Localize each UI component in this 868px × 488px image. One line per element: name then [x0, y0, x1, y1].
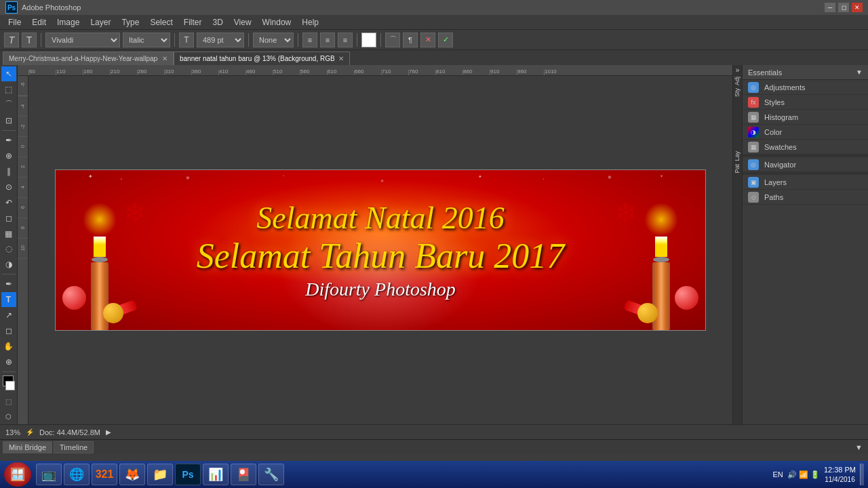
screen-mode-button[interactable]: ⬡	[1, 409, 16, 424]
app2-btn[interactable]: 📊	[203, 464, 229, 485]
left-candle	[83, 203, 117, 330]
menu-view[interactable]: View	[229, 15, 257, 29]
mini-bridge-tab[interactable]: Mini Bridge	[3, 441, 52, 453]
menu-edit[interactable]: Edit	[26, 15, 52, 29]
clock: 12:38 PM 11/4/2016	[824, 465, 856, 483]
tool-sep-1	[2, 130, 16, 131]
shape-tool[interactable]: ◻	[1, 323, 16, 338]
panel-layers[interactable]: ▣ Layers	[743, 175, 868, 190]
menu-3d[interactable]: 3D	[207, 15, 228, 29]
lasso-tool[interactable]: ⌒	[1, 98, 16, 113]
bottom-collapse-btn[interactable]: ▼	[852, 443, 865, 451]
commit-button[interactable]: ✓	[438, 33, 453, 47]
move-tool[interactable]: ↖	[1, 66, 16, 81]
background-color[interactable]	[5, 381, 15, 390]
clone-tool[interactable]: ⊙	[1, 180, 16, 195]
dodge-tool[interactable]: ◑	[1, 257, 16, 272]
crop-tool[interactable]: ⊡	[1, 113, 16, 128]
panel-swatches[interactable]: ▦ Swatches	[743, 140, 868, 155]
timeline-tab[interactable]: Timeline	[54, 441, 94, 453]
media-player-btn[interactable]: 📺	[36, 464, 62, 485]
heal-tool[interactable]: ⊕	[1, 148, 16, 163]
panel-adjustments[interactable]: ◎ Adjustments	[743, 80, 868, 95]
firefox-btn[interactable]: 🦊	[119, 464, 145, 485]
align-center-button[interactable]: ≡	[320, 33, 335, 47]
title-bar-controls[interactable]: ─ ◻ ✕	[825, 3, 863, 12]
text-color-swatch[interactable]	[361, 33, 376, 47]
styles-side-icon[interactable]: Sty	[734, 88, 742, 97]
panel-color[interactable]: ◑ Color	[743, 125, 868, 140]
type-tool[interactable]: T	[1, 292, 16, 307]
eraser-tool[interactable]: ◻	[1, 211, 16, 226]
minimize-button[interactable]: ─	[825, 3, 835, 12]
close-button[interactable]: ✕	[852, 3, 863, 12]
essentials-header[interactable]: Essentials ▼	[743, 65, 868, 80]
warp-text-button[interactable]: ⌒	[385, 33, 400, 47]
ruler-left-mark: -4	[18, 96, 28, 117]
ruler-mark: 1010	[544, 70, 571, 75]
app4-btn[interactable]: 🔧	[258, 464, 284, 485]
selection-tool[interactable]: ⬚	[1, 82, 16, 97]
layers-side-icon[interactable]: Lay	[734, 151, 742, 161]
winamp-btn[interactable]: 321	[92, 464, 117, 485]
align-left-button[interactable]: ≡	[302, 33, 317, 47]
show-desktop-btn[interactable]	[860, 464, 864, 485]
ps-icon-btn[interactable]: Ps	[175, 464, 201, 485]
right-candle-top	[653, 257, 669, 262]
mask-mode-button[interactable]: ⬚	[1, 394, 16, 409]
adjustments-label: Adjustments	[764, 83, 806, 92]
path-selection-tool[interactable]: ↗	[1, 308, 16, 323]
collapse-arrows-top[interactable]: »	[736, 66, 740, 74]
ruler-mark: 760	[408, 70, 435, 75]
menu-layer[interactable]: Layer	[85, 15, 116, 29]
anti-alias-select[interactable]: None	[253, 33, 294, 47]
status-arrow[interactable]: ▶	[106, 428, 111, 436]
menu-window[interactable]: Window	[257, 15, 297, 29]
font-size-select[interactable]: 489 pt	[197, 33, 244, 47]
align-right-button[interactable]: ≡	[338, 33, 353, 47]
layers-icon: ▣	[748, 177, 759, 188]
canvas-content[interactable]: ✦ • ❄ • ❄ ✦ • ❄ ✦	[28, 76, 732, 424]
panel-histogram[interactable]: ▦ Histogram	[743, 110, 868, 125]
navigator-icon: ◎	[748, 159, 759, 170]
paths-side-icon[interactable]: Pat	[734, 164, 742, 174]
menu-filter[interactable]: Filter	[178, 15, 208, 29]
panel-navigator[interactable]: ◎ Navigator	[743, 157, 868, 172]
lang-indicator[interactable]: EN	[773, 470, 783, 479]
adjustments-side-icon[interactable]: Adj	[734, 77, 742, 85]
zoom-tool[interactable]: ⊕	[1, 354, 16, 369]
font-style-select[interactable]: Italic	[123, 33, 170, 47]
restore-button[interactable]: ◻	[838, 3, 849, 12]
gradient-tool[interactable]: ▦	[1, 226, 16, 241]
file-explorer-btn[interactable]: 📁	[147, 464, 173, 485]
brush-tool[interactable]: ∥	[1, 164, 16, 179]
history-tool[interactable]: ↶	[1, 195, 16, 210]
start-button[interactable]: 🪟	[4, 462, 31, 487]
cancel-button[interactable]: ✕	[420, 33, 435, 47]
tool-presets-button[interactable]: T	[4, 33, 19, 47]
font-family-toggle[interactable]: T	[22, 33, 37, 47]
opt-divider-2	[174, 33, 175, 47]
menu-select[interactable]: Select	[144, 15, 178, 29]
panel-paths[interactable]: ◇ Paths	[743, 190, 868, 205]
tab-0-close[interactable]: ✕	[162, 55, 167, 62]
menu-image[interactable]: Image	[52, 15, 85, 29]
eyedropper-tool[interactable]: ✒	[1, 133, 16, 148]
tab-1[interactable]: banner natal tahun baru @ 13% (Backgroun…	[174, 52, 350, 65]
tab-0[interactable]: Merry-Christmas-and-a-Happy-New-Year-wal…	[3, 52, 174, 65]
ball-right-2	[637, 303, 658, 323]
menu-help[interactable]: Help	[296, 15, 324, 29]
hand-tool[interactable]: ✋	[1, 339, 16, 354]
tab-1-close[interactable]: ✕	[338, 55, 344, 62]
menu-file[interactable]: File	[3, 15, 26, 29]
ruler-mark: 360	[191, 70, 218, 75]
blur-tool[interactable]: ◌	[1, 241, 16, 256]
pen-tool[interactable]: ✒	[1, 277, 16, 291]
app3-btn[interactable]: 🎴	[231, 464, 256, 485]
panel-styles[interactable]: fx Styles	[743, 95, 868, 110]
ie-btn[interactable]: 🌐	[64, 464, 90, 485]
clock-time: 12:38 PM	[824, 465, 856, 474]
font-family-select[interactable]: Vivaldi	[45, 33, 120, 47]
menu-type[interactable]: Type	[116, 15, 144, 29]
character-panel-button[interactable]: ¶	[403, 33, 418, 47]
